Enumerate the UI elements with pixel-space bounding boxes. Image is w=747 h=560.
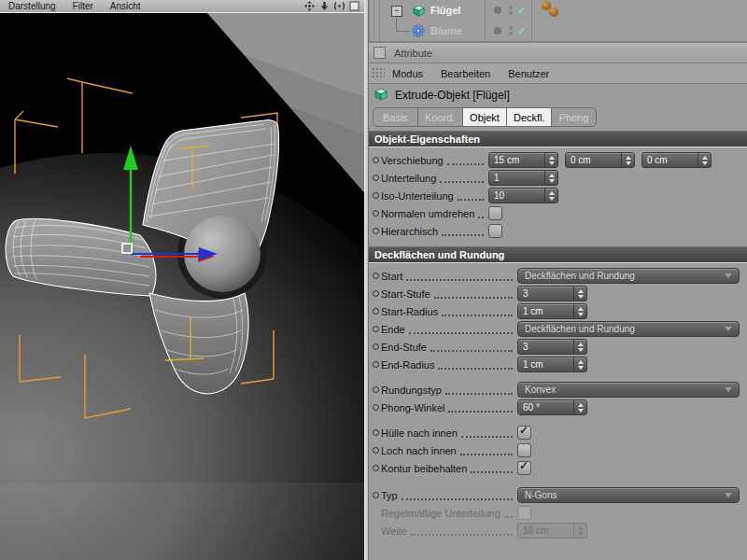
layer-dot[interactable]	[494, 7, 501, 14]
spinner-down-icon[interactable]	[702, 161, 708, 165]
tab-objekt[interactable]: Objekt	[463, 108, 508, 126]
expand-toggle-icon[interactable]: −	[391, 6, 402, 17]
spinner-verschiebung-0[interactable]: 15 cm	[488, 152, 558, 168]
spinner-verschiebung-2[interactable]: 0 cm	[641, 152, 712, 168]
spinner-arrows[interactable]	[621, 153, 634, 167]
animation-dot[interactable]	[373, 429, 379, 436]
dropdown-start[interactable]: Deckflächen und Rundung	[517, 268, 740, 284]
spinner-end-stufe[interactable]: 3	[517, 339, 587, 355]
visibility-dots[interactable]	[509, 6, 513, 15]
spinner-down-icon[interactable]	[626, 161, 631, 165]
object-manager-row-flügel[interactable]: −Flügel✓	[380, 0, 744, 21]
spinner-start-radius[interactable]: 1 cm	[517, 303, 587, 319]
animation-dot[interactable]	[373, 290, 379, 297]
animation-dot[interactable]	[373, 447, 379, 454]
visibility-dot-render[interactable]	[509, 32, 513, 35]
animation-dot[interactable]	[373, 386, 379, 393]
object-name[interactable]: Blume	[428, 25, 479, 36]
checkbox-kontur-beibehalten[interactable]: ✓	[517, 461, 531, 475]
viewport-canvas[interactable]	[0, 13, 364, 560]
viewport-3d[interactable]: Darstellung Filter Ansicht	[0, 0, 364, 560]
dropdown-typ[interactable]: N-Gons	[517, 487, 740, 503]
spinner-down-icon[interactable]	[578, 409, 584, 413]
enabled-check-icon[interactable]: ✓	[517, 25, 526, 37]
layer-dot[interactable]	[494, 27, 501, 35]
animation-dot[interactable]	[373, 404, 379, 411]
animation-dot[interactable]	[373, 210, 379, 217]
menu-darstellung[interactable]: Darstellung	[0, 1, 64, 11]
checkbox-hülle-nach-innen[interactable]: ✓	[517, 426, 531, 440]
spinner-up-icon[interactable]	[578, 289, 584, 293]
dropdown-ende[interactable]: Deckflächen und Rundung	[517, 321, 740, 337]
spinner-phong-winkel[interactable]: 60 °	[517, 399, 587, 415]
pan-icon[interactable]	[303, 1, 316, 11]
spinner-up-icon[interactable]	[578, 343, 584, 346]
animation-dot[interactable]	[373, 326, 379, 332]
animation-dot[interactable]	[373, 361, 379, 368]
spinner-weite[interactable]: 10 cm	[517, 523, 587, 539]
spinner-arrows[interactable]	[698, 153, 711, 167]
checkbox-regelmäßige-unterteilung[interactable]	[517, 506, 531, 520]
tab-basis[interactable]: Basis	[374, 108, 418, 126]
menu-benutzer[interactable]: Benutzer	[506, 68, 559, 79]
zoom-arrow-icon[interactable]	[318, 1, 331, 11]
spinner-down-icon[interactable]	[578, 348, 584, 352]
spinner-down-icon[interactable]	[549, 161, 555, 165]
spinner-up-icon[interactable]	[549, 174, 555, 177]
tab-koord[interactable]: Koord.	[418, 108, 463, 126]
spinner-down-icon[interactable]	[578, 313, 584, 316]
rotate-icon[interactable]	[333, 1, 345, 11]
spinner-iso-unterteilung[interactable]: 10	[488, 188, 558, 203]
spinner-start-stufe[interactable]: 3	[517, 286, 587, 301]
enabled-check-icon[interactable]: ✓	[517, 5, 526, 17]
animation-dot[interactable]	[373, 192, 379, 199]
checkbox-loch-nach-innen[interactable]	[517, 443, 531, 457]
grip-icon[interactable]	[372, 67, 385, 79]
spinner-down-icon[interactable]	[578, 532, 584, 536]
checkbox-normalen-umdrehen[interactable]	[488, 206, 502, 220]
spinner-up-icon[interactable]	[702, 156, 708, 160]
spinner-up-icon[interactable]	[578, 526, 584, 530]
animation-dot[interactable]	[373, 175, 379, 181]
menu-bearbeiten[interactable]: Bearbeiten	[439, 68, 500, 79]
menu-ansicht[interactable]: Ansicht	[102, 1, 149, 11]
spinner-arrows[interactable]	[573, 340, 586, 354]
object-manager-row-blume[interactable]: Blume✓	[380, 21, 744, 41]
spinner-verschiebung-1[interactable]: 0 cm	[565, 152, 635, 168]
spinner-end-radius[interactable]: 1 cm	[517, 357, 587, 372]
spinner-unterteilung[interactable]: 1	[488, 170, 558, 186]
visibility-dot-editor[interactable]	[509, 6, 513, 9]
object-name[interactable]: Flügel	[428, 5, 479, 16]
visibility-dots[interactable]	[509, 26, 513, 35]
spinner-arrows[interactable]	[573, 524, 586, 538]
spinner-up-icon[interactable]	[578, 360, 584, 364]
spinner-arrows[interactable]	[544, 153, 557, 167]
material-tag-icon[interactable]	[549, 7, 558, 17]
tab-phong[interactable]: Phong	[552, 108, 596, 126]
spinner-up-icon[interactable]	[549, 156, 555, 160]
checkbox-hierarchisch[interactable]	[488, 224, 502, 238]
spinner-arrows[interactable]	[573, 357, 586, 371]
animation-dot[interactable]	[373, 492, 379, 498]
animation-dot[interactable]	[373, 465, 379, 471]
spinner-down-icon[interactable]	[549, 179, 555, 183]
spinner-arrows[interactable]	[573, 400, 586, 414]
spinner-arrows[interactable]	[573, 287, 586, 301]
spinner-down-icon[interactable]	[578, 366, 584, 370]
dropdown-rundungstyp[interactable]: Konvex	[517, 382, 740, 398]
animation-dot[interactable]	[373, 308, 379, 315]
spinner-up-icon[interactable]	[578, 403, 584, 407]
maximize-icon[interactable]	[348, 1, 360, 11]
animation-dot[interactable]	[373, 273, 379, 279]
tab-deckfl[interactable]: Deckfl.	[507, 108, 552, 126]
visibility-dot-editor[interactable]	[509, 26, 513, 30]
menu-modus[interactable]: Modus	[390, 68, 433, 79]
spinner-up-icon[interactable]	[578, 307, 584, 311]
spinner-down-icon[interactable]	[578, 295, 584, 299]
spinner-up-icon[interactable]	[626, 156, 631, 160]
menu-filter[interactable]: Filter	[64, 1, 102, 11]
animation-dot[interactable]	[373, 343, 379, 350]
spinner-arrows[interactable]	[573, 304, 586, 318]
spinner-up-icon[interactable]	[549, 191, 555, 195]
spinner-arrows[interactable]	[544, 189, 557, 203]
